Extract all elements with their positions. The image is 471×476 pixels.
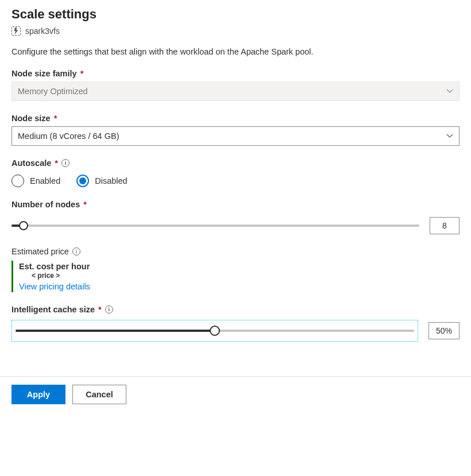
- info-icon[interactable]: i: [105, 305, 113, 314]
- estimated-price-label: Estimated price i: [11, 247, 460, 256]
- cache-slider[interactable]: [16, 325, 414, 336]
- cache-slider-row: 50%: [11, 320, 460, 342]
- est-cost-value: < price >: [32, 272, 460, 280]
- num-nodes-slider[interactable]: [11, 220, 419, 231]
- footer: Apply Cancel: [0, 376, 471, 412]
- autoscale-disabled-label: Disabled: [95, 176, 127, 185]
- node-size-label: Node size*: [11, 114, 460, 123]
- autoscale-radio-group: Enabled Disabled: [11, 175, 460, 187]
- pricing-details-link[interactable]: View pricing details: [19, 282, 460, 291]
- node-size-family-label: Node size family*: [11, 69, 460, 78]
- chevron-down-icon: [446, 133, 453, 140]
- num-nodes-thumb[interactable]: [19, 221, 28, 230]
- description-text: Configure the settings that best align w…: [11, 47, 460, 56]
- node-size-value: Medium (8 vCores / 64 GB): [18, 131, 119, 141]
- apply-button[interactable]: Apply: [11, 385, 65, 404]
- num-nodes-label: Number of nodes*: [11, 200, 460, 209]
- num-nodes-value-box[interactable]: 8: [430, 217, 460, 234]
- info-icon[interactable]: i: [61, 159, 70, 167]
- node-size-family-dropdown: Memory Optimized: [11, 82, 460, 101]
- node-size-family-value: Memory Optimized: [18, 87, 88, 96]
- node-size-dropdown[interactable]: Medium (8 vCores / 64 GB): [11, 126, 460, 146]
- num-nodes-slider-row: 8: [11, 217, 460, 234]
- est-cost-title: Est. cost per hour: [19, 262, 460, 271]
- cancel-button[interactable]: Cancel: [72, 385, 126, 404]
- resource-name: spark3vfs: [25, 26, 60, 36]
- resource-row: spark3vfs: [11, 26, 460, 36]
- autoscale-enabled-label: Enabled: [30, 176, 60, 185]
- estimated-price-block: Est. cost per hour < price > View pricin…: [11, 261, 460, 292]
- cache-value-box[interactable]: 50%: [428, 322, 460, 339]
- autoscale-label: Autoscale* i: [11, 158, 460, 168]
- cache-thumb[interactable]: [210, 326, 220, 336]
- autoscale-enabled-radio[interactable]: Enabled: [11, 175, 60, 187]
- autoscale-disabled-radio[interactable]: Disabled: [76, 175, 127, 187]
- cache-size-label: Intelligent cache size* i: [11, 305, 460, 314]
- page-title: Scale settings: [11, 7, 460, 22]
- info-icon[interactable]: i: [72, 247, 80, 256]
- spark-pool-icon: [11, 26, 21, 36]
- chevron-down-icon: [446, 88, 453, 95]
